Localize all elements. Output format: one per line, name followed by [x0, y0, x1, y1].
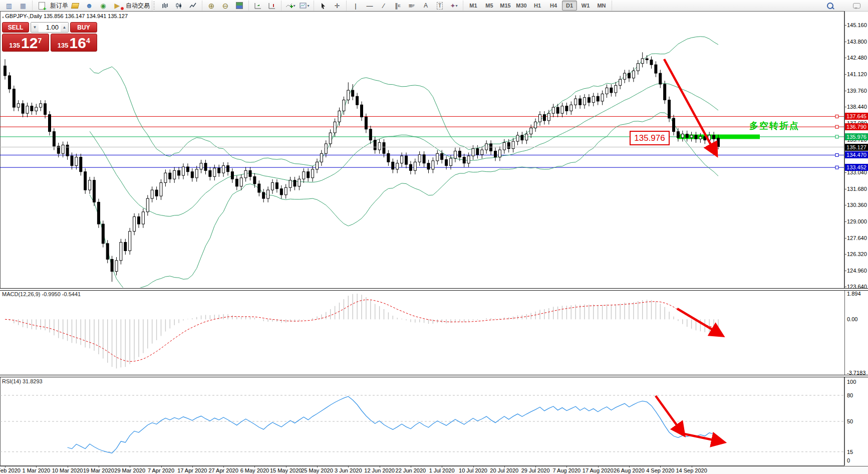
price-tick-label: 130.360 — [847, 202, 868, 208]
price-tick-mark — [844, 107, 846, 107]
price-tick-mark — [844, 205, 846, 205]
candle-body — [294, 180, 296, 186]
candle-body — [619, 79, 622, 85]
candle-body — [26, 106, 29, 114]
candle-body — [539, 115, 541, 122]
volume-down-button[interactable]: ▼ — [31, 23, 39, 32]
candle-body — [240, 178, 242, 186]
sell-price-display[interactable]: 135 12 7 — [2, 34, 49, 52]
price-tick-label: 129.000 — [847, 218, 868, 224]
line-handle — [835, 153, 838, 156]
price-tick-mark — [844, 254, 846, 255]
macd-label: MACD(12,26,9) -0.9950 -0.5441 — [2, 291, 81, 297]
candle-body — [182, 167, 185, 175]
chart-canvas[interactable] — [0, 0, 844, 474]
candle-body — [601, 94, 604, 101]
bollinger-lower — [90, 113, 718, 291]
rsi-line — [68, 396, 718, 453]
candle-body — [565, 106, 568, 111]
candle-body — [628, 73, 631, 78]
candle-body — [445, 159, 448, 165]
candle-body — [597, 96, 599, 101]
price-tick-mark — [844, 271, 846, 271]
candle-body — [512, 141, 514, 149]
line-handle — [835, 135, 838, 138]
candle-body — [106, 244, 109, 260]
buy-price-prefix: 135 — [58, 42, 69, 49]
candle-body — [186, 167, 189, 172]
candle-body — [227, 166, 229, 172]
price-tick-label: 139.760 — [847, 88, 868, 94]
candle-body — [129, 231, 131, 251]
price-tick-label: 131.680 — [847, 186, 868, 192]
candle-body — [552, 107, 554, 113]
macd-axis-max: 1.894 — [847, 291, 868, 297]
candle-body — [142, 212, 144, 224]
candle-body — [401, 156, 403, 163]
line-handle — [835, 125, 838, 128]
volume-up-button[interactable]: ▲ — [61, 23, 68, 32]
turning-point-annotation[interactable]: 多空转折点 — [749, 120, 799, 132]
rsi-axis-50: 50 — [847, 418, 868, 424]
price-tick-mark — [844, 189, 846, 189]
candle-body — [699, 136, 702, 139]
candle-body — [396, 163, 399, 169]
candle-body — [521, 135, 523, 140]
candle-body — [213, 168, 216, 176]
price-tick-mark — [844, 172, 846, 173]
candle-body — [169, 173, 171, 179]
pane-splitter-rsi[interactable] — [0, 375, 868, 377]
pane-splitter-macd[interactable] — [0, 288, 868, 291]
candle-body — [588, 98, 590, 103]
candle-body — [325, 144, 327, 153]
candle-body — [579, 99, 582, 105]
chat-icon[interactable] — [850, 1, 863, 11]
candle-body — [22, 104, 24, 113]
line-handle — [835, 166, 838, 169]
candle-body — [570, 105, 572, 111]
price-tick-label: 145.160 — [847, 22, 868, 28]
buy-button[interactable]: BUY — [70, 22, 97, 33]
candle-body — [485, 144, 488, 150]
sell-price-sup: 7 — [38, 37, 42, 45]
candle-body — [637, 64, 639, 71]
candle-body — [624, 73, 626, 79]
buy-price-display[interactable]: 135 16 4 — [51, 34, 98, 52]
price-callout-box[interactable]: 135.976 — [630, 131, 670, 145]
candle-body — [441, 153, 443, 159]
candle-body — [209, 170, 211, 176]
candle-body — [244, 170, 247, 178]
volume-stepper: ▼ 1.00 ▲ — [31, 22, 69, 33]
rsi-label: RSI(14) 31.8293 — [2, 378, 43, 384]
candle-body — [494, 151, 497, 157]
candle-body — [53, 132, 55, 146]
candle-body — [280, 189, 282, 195]
sell-price-big: 12 — [21, 36, 38, 51]
candle-body — [498, 150, 501, 157]
candle-body — [115, 261, 118, 272]
candle-body — [35, 107, 38, 111]
candle-body — [655, 65, 657, 73]
candle-body — [191, 172, 193, 178]
candle-body — [307, 172, 310, 178]
candle-body — [476, 149, 479, 155]
candle-body — [481, 150, 483, 155]
line-handle — [835, 115, 838, 118]
candle-body — [423, 155, 425, 163]
price-tick-label: 141.120 — [847, 71, 868, 77]
price-tick-mark — [844, 74, 846, 75]
candle-body — [503, 142, 505, 150]
candle-body — [650, 60, 653, 65]
volume-value[interactable]: 1.00 — [39, 24, 61, 31]
rsi-down-arrow-1 — [656, 396, 682, 432]
price-tick-label: 126.320 — [847, 251, 868, 257]
price-tick-label: 127.640 — [847, 235, 868, 241]
candle-body — [574, 99, 577, 105]
candle-body — [275, 183, 278, 189]
candle-body — [467, 156, 470, 163]
sell-button[interactable]: SELL — [2, 22, 29, 33]
candle-body — [75, 157, 78, 166]
candle-body — [352, 90, 354, 96]
candle-body — [178, 170, 180, 175]
price-tick-mark — [844, 25, 846, 26]
